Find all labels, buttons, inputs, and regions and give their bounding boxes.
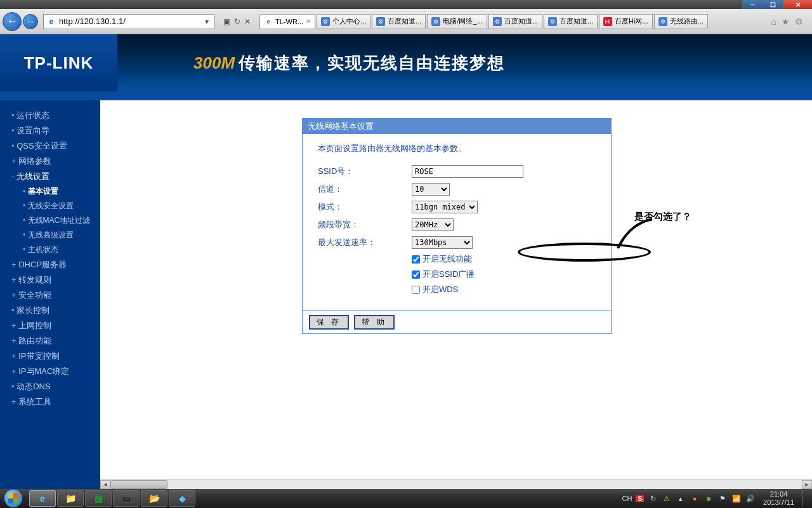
tab-strip: eTL-WR...✕⚙个人中心...⚙百度知道...⚙电脑/网络_...⚙百度知… [259, 13, 765, 30]
sidebar-item-12[interactable]: IP与MAC绑定 [0, 364, 100, 379]
channel-select[interactable]: 10 [412, 183, 450, 196]
stop-icon[interactable]: ✕ [244, 17, 251, 26]
hi-icon: Hi [603, 17, 612, 26]
taskbar-ie[interactable]: e [29, 490, 56, 507]
sidebar-subitem-4-3[interactable]: 无线高级设置 [0, 228, 100, 243]
window-minimize-button[interactable]: ─ [742, 0, 763, 9]
ssid-label: SSID号： [318, 166, 412, 177]
maxrate-select[interactable]: 130Mbps [412, 236, 473, 249]
scroll-thumb[interactable] [110, 480, 167, 489]
sidebar-subitem-4-2[interactable]: 无线MAC地址过滤 [0, 213, 100, 228]
maxrate-label: 最大发送速率： [318, 237, 412, 248]
favorites-icon[interactable]: ★ [782, 17, 790, 27]
tray-icon-3[interactable]: ● [690, 493, 700, 504]
compat-icon[interactable]: ▣ [223, 17, 230, 26]
tray-clock[interactable]: 21:04 2013/7/11 [759, 490, 798, 507]
back-button[interactable]: ← [3, 12, 22, 31]
scroll-right-arrow[interactable]: ► [802, 480, 812, 489]
start-button[interactable] [0, 489, 27, 508]
sidebar-item-4[interactable]: 无线设置 [0, 169, 100, 184]
sidebar-subitem-4-0[interactable]: 基本设置 [0, 184, 100, 199]
sidebar-item-7[interactable]: 安全功能 [0, 288, 100, 303]
refresh-icon[interactable]: ↻ [234, 17, 240, 26]
mode-select[interactable]: 11bgn mixed [412, 201, 478, 213]
tray-icon-4[interactable]: ☻ [704, 493, 714, 504]
browser-tab-5[interactable]: ⚙百度知道... [544, 14, 598, 29]
system-tray: CH S ↻ ⚠ ▴ ● ☻ ⚑ 📶 🔊 21:04 2013/7/11 [617, 490, 813, 507]
sidebar-item-8[interactable]: 家长控制 [0, 303, 100, 318]
browser-tab-2[interactable]: ⚙百度知道... [372, 14, 426, 29]
address-bar[interactable]: e ▾ [43, 14, 214, 29]
browser-toolbar: ← → e ▾ ▣ ↻ ✕ eTL-WR...✕⚙个人中心...⚙百度知道...… [0, 9, 812, 34]
tray-icon-1[interactable]: ↻ [648, 493, 658, 504]
enable-ssid-broadcast-checkbox[interactable] [412, 271, 420, 279]
brand-logo-text: TP-LINK [24, 53, 94, 73]
bandwidth-select[interactable]: 20MHz [412, 218, 454, 231]
tab-label: 百度知道... [560, 17, 593, 26]
taskbar-explorer[interactable]: 📁 [57, 490, 84, 507]
taskbar-app3[interactable]: ◆ [169, 490, 195, 507]
taskbar-app1[interactable]: ▭ [113, 490, 140, 507]
taskbar-excel[interactable]: ▦ [85, 490, 112, 507]
volume-icon[interactable]: 🔊 [745, 493, 756, 504]
home-icon[interactable]: ⌂ [771, 17, 776, 27]
sidebar-item-3[interactable]: 网络参数 [0, 154, 100, 169]
sidebar-item-13[interactable]: 动态DNS [0, 379, 100, 394]
ime-indicator[interactable]: CH [622, 495, 632, 502]
baike-icon: ⚙ [548, 17, 557, 26]
sidebar-item-1[interactable]: 设置向导 [0, 123, 100, 138]
tools-gear-icon[interactable]: ⚙ [795, 17, 803, 27]
window-maximize-button[interactable]: ☐ [763, 0, 783, 9]
taskbar-app2[interactable]: 📂 [141, 490, 167, 507]
url-dropdown-icon[interactable]: ▾ [202, 17, 211, 26]
sidebar-item-10[interactable]: 路由功能 [0, 333, 100, 349]
sidebar-item-0[interactable]: 运行状态 [0, 108, 100, 123]
panel-title: 无线网络基本设置 [303, 119, 611, 134]
url-input[interactable] [59, 17, 202, 26]
help-button[interactable]: 帮 助 [354, 315, 394, 330]
ssid-input[interactable] [412, 165, 523, 178]
save-button[interactable]: 保 存 [309, 315, 349, 330]
enable-wireless-checkbox[interactable] [412, 255, 420, 264]
browser-tab-1[interactable]: ⚙个人中心... [317, 14, 370, 29]
scroll-left-arrow[interactable]: ◄ [100, 480, 110, 489]
horizontal-scrollbar[interactable]: ◄ ► [100, 479, 812, 489]
sogou-ime-icon[interactable]: S [636, 495, 644, 502]
baike-icon: ⚙ [376, 17, 385, 26]
tab-close-icon[interactable]: ✕ [306, 18, 311, 25]
sidebar-item-14[interactable]: 系统工具 [0, 394, 100, 410]
browser-tab-3[interactable]: ⚙电脑/网络_... [427, 14, 487, 29]
network-icon[interactable]: 📶 [731, 493, 742, 504]
show-desktop-button[interactable] [802, 490, 807, 507]
banner: 300M 传输速率，实现无线自由连接梦想 [117, 34, 812, 91]
brand-logo: TP-LINK [0, 34, 117, 91]
enable-wds-label: 开启WDS [422, 284, 458, 295]
baike-icon: ⚙ [321, 17, 330, 26]
channel-label: 信道： [318, 184, 412, 195]
sidebar-item-9[interactable]: 上网控制 [0, 318, 100, 333]
sidebar-item-2[interactable]: QSS安全设置 [0, 138, 100, 154]
sidebar-subitem-4-1[interactable]: 无线安全设置 [0, 199, 100, 213]
tab-label: 百度知道... [504, 17, 538, 26]
forward-button[interactable]: → [23, 14, 38, 29]
tray-show-hidden[interactable]: ▴ [676, 493, 686, 504]
browser-tab-4[interactable]: ⚙百度知道... [488, 14, 542, 29]
enable-wds-checkbox[interactable] [412, 286, 420, 294]
sidebar-item-5[interactable]: DHCP服务器 [0, 257, 100, 272]
window-close-button[interactable]: ✕ [783, 0, 812, 9]
tab-label: 百度Hi网... [615, 17, 648, 26]
ie-icon: e [46, 17, 56, 27]
sidebar-subitem-4-4[interactable]: 主机状态 [0, 243, 100, 257]
browser-tab-0[interactable]: eTL-WR...✕ [259, 14, 315, 29]
baike-icon: ⚙ [658, 17, 667, 26]
sidebar-nav: 运行状态设置向导QSS安全设置网络参数无线设置基本设置无线安全设置无线MAC地址… [0, 100, 100, 489]
baike-icon: ⚙ [431, 17, 440, 26]
browser-tab-7[interactable]: ⚙无线路由... [654, 14, 708, 29]
browser-tab-6[interactable]: Hi百度Hi网... [599, 14, 653, 29]
action-center-icon[interactable]: ⚑ [717, 493, 728, 504]
windows-taskbar: e 📁 ▦ ▭ 📂 ◆ CH S ↻ ⚠ ▴ ● ☻ ⚑ 📶 🔊 21:04 2… [0, 489, 812, 508]
tray-icon-2[interactable]: ⚠ [662, 493, 672, 504]
sidebar-item-6[interactable]: 转发规则 [0, 272, 100, 288]
sidebar-item-11[interactable]: IP带宽控制 [0, 349, 100, 364]
panel-description: 本页面设置路由器无线网络的基本参数。 [318, 143, 596, 154]
